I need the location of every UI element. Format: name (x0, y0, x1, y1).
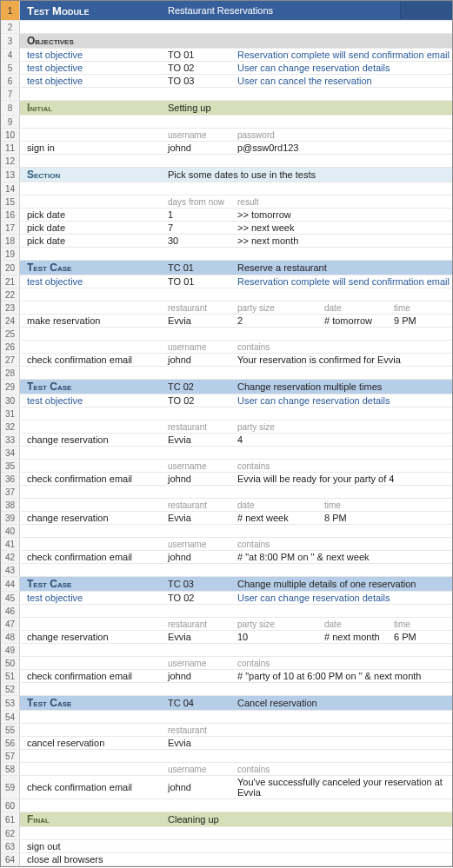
cell-b[interactable]: TO 01 (168, 276, 237, 287)
row-49[interactable]: 49 (1, 644, 452, 657)
row-60[interactable]: 60 (1, 799, 452, 812)
cell-c[interactable]: Reservation complete will send confirmat… (237, 50, 452, 60)
cell-a[interactable]: test objective (20, 50, 168, 60)
cell-d[interactable]: date (324, 620, 394, 629)
row-11[interactable]: 11sign injohndp@ssw0rd123 (1, 142, 452, 155)
row-number[interactable]: 59 (1, 776, 20, 798)
cell-b[interactable]: username (168, 659, 237, 668)
cell-c[interactable]: User can change reservation details (237, 395, 452, 406)
row-24[interactable]: 24make reservationEvvia2# tomorrow9 PM (1, 315, 452, 328)
row-6[interactable]: 6test objectiveTO 03User can cancel the … (1, 75, 452, 88)
cell-b[interactable]: 30 (168, 235, 237, 246)
cell-a[interactable]: make reservation (20, 315, 168, 326)
cell-e[interactable]: 9 PM (394, 315, 452, 326)
cell-c[interactable]: date (237, 500, 324, 510)
cell-c[interactable]: Evvia will be ready for your party of 4 (237, 474, 452, 484)
row-54[interactable]: 54 (1, 711, 452, 724)
row-17[interactable]: 17pick date7>> next week (1, 222, 452, 235)
row-16[interactable]: 16pick date1>> tomorrow (1, 209, 452, 222)
cell-c[interactable]: Cancel reservation (237, 698, 452, 708)
row-number[interactable]: 12 (1, 155, 20, 167)
row-number[interactable]: 48 (1, 631, 20, 643)
row-10[interactable]: 10usernamepassword (1, 129, 452, 142)
row-number[interactable]: 47 (1, 618, 20, 630)
row-39[interactable]: 39change reservationEvvia# next week8 PM (1, 512, 452, 525)
cell-b[interactable]: johnd (168, 552, 237, 562)
row-31[interactable]: 31 (1, 407, 452, 421)
cell-b[interactable]: TC 03 (168, 579, 237, 589)
row-number[interactable]: 31 (1, 407, 20, 420)
row-number[interactable]: 43 (1, 564, 20, 576)
cell-b[interactable]: Evvia (168, 315, 237, 326)
row-number[interactable]: 55 (1, 724, 20, 736)
cell-c[interactable]: contains (237, 765, 324, 774)
row-number[interactable]: 29 (1, 380, 20, 394)
cell-c[interactable]: Reservation complete will send confirmat… (237, 276, 452, 287)
cell-c[interactable]: Your reservation is confirmed for Evvia (237, 354, 452, 365)
cell-b[interactable]: TC 01 (168, 262, 237, 273)
row-27[interactable]: 27check confirmation emailjohndYour rese… (1, 354, 452, 367)
row-32[interactable]: 32restaurantparty size (1, 421, 452, 434)
row-55[interactable]: 55restaurant (1, 724, 452, 737)
cell-b[interactable]: restaurant (168, 303, 237, 313)
cell-c[interactable]: 2 (237, 315, 324, 326)
cell-b[interactable]: TC 02 (168, 381, 237, 392)
row-number[interactable]: 53 (1, 696, 20, 710)
row-number[interactable]: 50 (1, 657, 20, 669)
cell-a[interactable]: Test Case (20, 262, 168, 274)
row-62[interactable]: 62 (1, 827, 452, 840)
cell-b[interactable]: Evvia (168, 513, 237, 523)
cell-c[interactable]: # "party of 10 at 6:00 PM on " & next mo… (237, 671, 452, 681)
row-number[interactable]: 54 (1, 711, 20, 723)
row-34[interactable]: 34 (1, 447, 452, 460)
cell-a[interactable]: sign in (20, 142, 168, 153)
row-number[interactable]: 37 (1, 486, 20, 498)
cell-c[interactable]: p@ssw0rd123 (237, 142, 324, 153)
row-number[interactable]: 30 (1, 394, 20, 407)
row-43[interactable]: 43 (1, 564, 452, 577)
row-number[interactable]: 44 (1, 577, 20, 591)
cell-c[interactable]: contains (237, 659, 324, 668)
cell-a[interactable]: Initial (20, 102, 168, 114)
cell-e[interactable]: 6 PM (394, 632, 452, 642)
cell-a[interactable]: test objective (20, 276, 168, 287)
cell-a[interactable]: pick date (20, 222, 168, 233)
row-14[interactable]: 14 (1, 182, 452, 195)
cell-e[interactable]: time (394, 620, 452, 629)
cell-c[interactable]: Change multiple details of one reservati… (237, 579, 452, 589)
cell-a[interactable]: Test Case (20, 697, 168, 709)
row-45[interactable]: 45test objectiveTO 02User can change res… (1, 592, 452, 605)
row-36[interactable]: 36check confirmation emailjohndEvvia wil… (1, 473, 452, 486)
cell-b[interactable]: Evvia (168, 738, 237, 748)
cell-b[interactable]: Evvia (168, 632, 237, 642)
row-number[interactable]: 62 (1, 827, 20, 839)
row-number[interactable]: 35 (1, 460, 20, 472)
cell-b[interactable]: johnd (168, 354, 237, 365)
cell-b[interactable]: johnd (168, 782, 237, 792)
row-57[interactable]: 57 (1, 750, 452, 763)
row-number[interactable]: 10 (1, 129, 20, 141)
cell-a[interactable]: change reservation (20, 632, 168, 642)
row-number[interactable]: 26 (1, 341, 20, 353)
row-63[interactable]: 63sign out (1, 840, 452, 853)
cell-c[interactable]: User can change reservation details (237, 63, 452, 73)
cell-d[interactable]: 8 PM (324, 513, 394, 523)
row-number[interactable]: 28 (1, 367, 20, 379)
cell-c[interactable]: Reserve a restaurant (237, 262, 452, 273)
row-20[interactable]: 20Test CaseTC 01Reserve a restaurant (1, 261, 452, 275)
cell-b[interactable]: TO 02 (168, 593, 237, 603)
row-33[interactable]: 33change reservationEvvia4 (1, 434, 452, 447)
row-41[interactable]: 41usernamecontains (1, 538, 452, 551)
cell-b[interactable]: Setting up (168, 103, 237, 113)
row-number[interactable]: 58 (1, 763, 20, 775)
cell-a[interactable]: check confirmation email (20, 354, 168, 365)
cell-b[interactable]: restaurant (168, 726, 237, 735)
cell-a[interactable]: change reservation (20, 513, 168, 523)
cell-c[interactable]: contains (237, 461, 324, 471)
row-number[interactable]: 1 (1, 1, 20, 20)
row-number[interactable]: 61 (1, 812, 20, 826)
row-number[interactable]: 3 (1, 34, 20, 48)
cell-d[interactable]: time (324, 500, 394, 510)
cell-c[interactable]: You've successfully canceled your reserv… (237, 777, 452, 798)
row-number[interactable]: 32 (1, 421, 20, 433)
